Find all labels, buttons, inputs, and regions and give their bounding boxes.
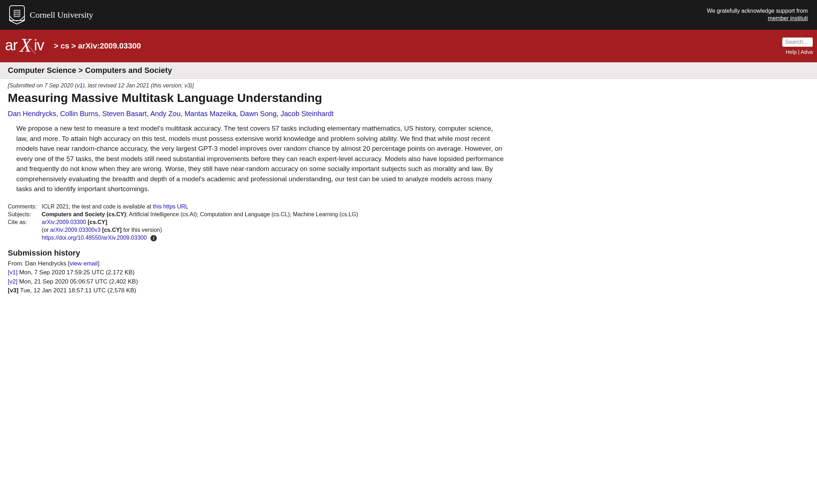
arxiv-logo-icon: ar X iv <box>5 36 50 56</box>
help-link[interactable]: Help <box>786 49 797 55</box>
author-link[interactable]: Mantas Mazeika <box>184 110 236 118</box>
svg-text:X: X <box>19 36 32 56</box>
doi-link[interactable]: https://doi.org/10.48550/arXiv.2009.0330… <box>42 235 147 241</box>
table-row: Cite as: arXiv:2009.03300 [cs.CY] <box>8 218 363 226</box>
breadcrumb-arxiv-id: arXiv:2009.03300 <box>78 41 141 50</box>
arxiv-logo[interactable]: ar X iv <box>4 36 50 56</box>
view-email-link[interactable]: view email <box>70 260 98 267</box>
submission-history-heading: Submission history <box>8 248 809 258</box>
author-link[interactable]: Jacob Steinhardt <box>280 110 333 118</box>
citeas-version-value: (or arXiv:2009.03300v3 [cs.CY] for this … <box>42 226 363 234</box>
advanced-search-link[interactable]: Adva <box>801 49 813 55</box>
v1-link[interactable]: [v1] <box>8 269 17 276</box>
member-institutions-link[interactable]: member instituti <box>768 15 808 21</box>
abstract: We propose a new test to measure a text … <box>16 124 505 194</box>
version-row: [v2] Mon, 21 Sep 2020 05:06:57 UTC (2,40… <box>8 277 809 286</box>
subject-bar: Computer Science > Computers and Society <box>0 62 817 79</box>
authors: Dan Hendrycks, Collin Burns, Steven Basa… <box>8 110 809 118</box>
submission-dateline: [Submitted on 7 Sep 2020 (v1), last revi… <box>8 82 809 89</box>
author-link[interactable]: Collin Burns <box>60 110 98 118</box>
arxiv-id-link[interactable]: arXiv:2009.03300 <box>42 219 86 225</box>
author-link[interactable]: Dawn Song <box>240 110 276 118</box>
from-line: From: Dan Hendrycks [view email] <box>8 259 809 268</box>
submission-history: From: Dan Hendrycks [view email] [v1] Mo… <box>8 259 809 295</box>
info-icon[interactable]: i <box>150 235 157 241</box>
cornell-brand[interactable]: Cornell University <box>9 5 93 24</box>
author-link[interactable]: Steven Basart <box>102 110 147 118</box>
table-row: Subjects: Computers and Society (cs.CY);… <box>8 211 363 218</box>
cornell-header: Cornell University We gratefully acknowl… <box>0 0 817 30</box>
table-row: https://doi.org/10.48550/arXiv.2009.0330… <box>8 234 363 242</box>
arxiv-version-link[interactable]: arXiv:2009.03300v3 <box>50 227 101 233</box>
version-row: [v3] Tue, 12 Jan 2021 18:57:11 UTC (2,57… <box>8 286 809 295</box>
version-row: [v1] Mon, 7 Sep 2020 17:59:25 UTC (2,172… <box>8 268 809 277</box>
author-link[interactable]: Dan Hendrycks <box>8 110 56 118</box>
table-row: Comments: ICLR 2021; the test and code i… <box>8 203 363 211</box>
v2-link[interactable]: [v2] <box>8 278 17 285</box>
subjects-value: Computers and Society (cs.CY); Artificia… <box>42 211 363 218</box>
support-line: We gratefully acknowledge support from <box>707 8 808 14</box>
v3-current: [v3] <box>8 287 18 294</box>
breadcrumb-cs[interactable]: cs <box>61 41 69 50</box>
subjects-label: Subjects: <box>8 211 42 218</box>
cornell-university-text: Cornell University <box>30 10 93 20</box>
comments-value: ICLR 2021; the test and code is availabl… <box>42 203 363 211</box>
citeas-value: arXiv:2009.03300 [cs.CY] <box>42 218 363 226</box>
svg-rect-1 <box>14 10 20 17</box>
search-box[interactable] <box>782 38 813 47</box>
search-input[interactable] <box>785 39 810 45</box>
cornell-seal-icon <box>9 5 25 24</box>
v1-link-inline[interactable]: v1 <box>77 82 83 88</box>
comments-label: Comments: <box>8 203 42 211</box>
table-row: (or arXiv:2009.03300v3 [cs.CY] for this … <box>8 226 363 234</box>
arxiv-header: ar X iv > cs > arXiv:2009.03300 Help | A… <box>0 30 817 62</box>
author-link[interactable]: Andy Zou <box>150 110 181 118</box>
breadcrumb: > cs > arXiv:2009.03300 <box>54 41 141 51</box>
abs-content: [Submitted on 7 Sep 2020 (v1), last revi… <box>0 79 817 304</box>
citeas-label: Cite as: <box>8 218 42 226</box>
help-links: Help | Adva <box>786 49 813 55</box>
code-url-link[interactable]: this https URL <box>153 204 188 210</box>
paper-title: Measuring Massive Multitask Language Und… <box>8 91 809 105</box>
svg-text:ar: ar <box>5 37 18 53</box>
doi-value: https://doi.org/10.48550/arXiv.2009.0330… <box>42 234 363 242</box>
svg-text:iv: iv <box>34 37 44 53</box>
metadata-table: Comments: ICLR 2021; the test and code i… <box>8 203 363 242</box>
support-acknowledgement: We gratefully acknowledge support from m… <box>707 7 808 22</box>
